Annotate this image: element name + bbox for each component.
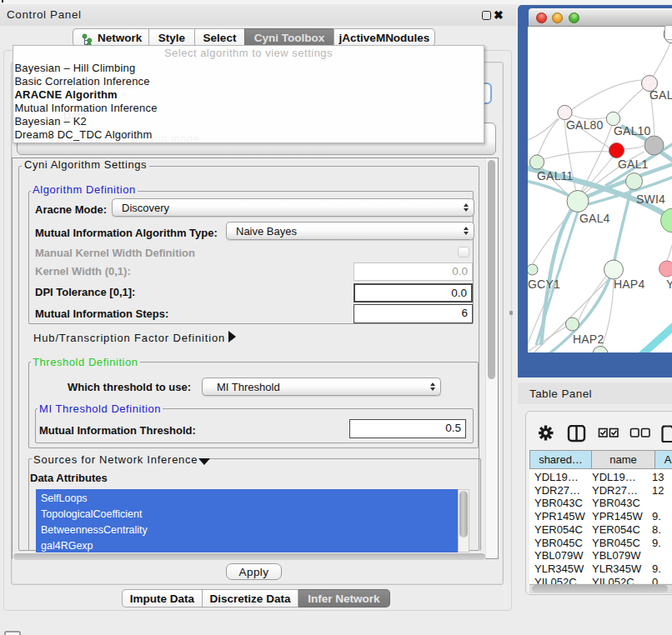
- svg-text:GAL10: GAL10: [614, 124, 651, 138]
- svg-text:SWI4: SWI4: [636, 192, 665, 206]
- svg-text:GAL80: GAL80: [566, 118, 604, 132]
- svg-text:HAP2: HAP2: [573, 332, 604, 346]
- svg-text:GAL4: GAL4: [579, 212, 610, 225]
- svg-text:HAP4: HAP4: [614, 278, 644, 291]
- svg-text:GCY1: GCY1: [528, 278, 560, 291]
- svg-text:GAL1: GAL1: [618, 158, 649, 171]
- svg-text:GAL: GAL: [649, 88, 672, 102]
- svg-text:Y: Y: [666, 278, 672, 291]
- svg-text:GAL11: GAL11: [537, 169, 574, 182]
